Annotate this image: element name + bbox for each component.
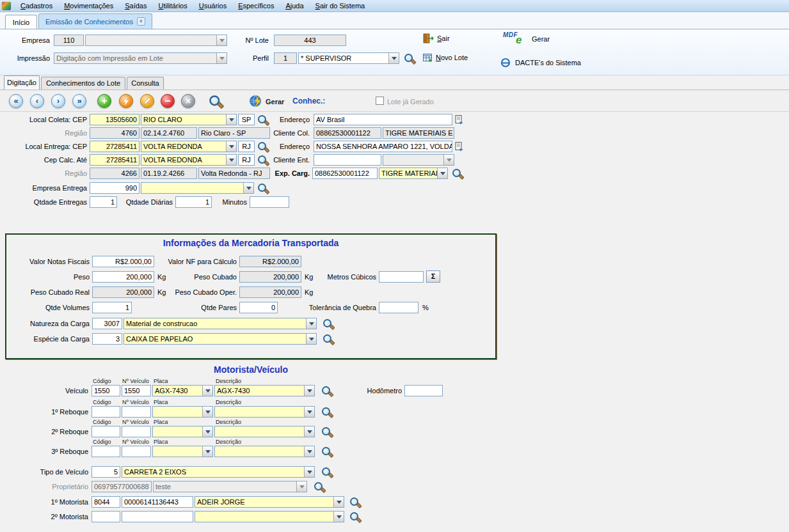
endereco-entrega-detail-icon[interactable] bbox=[454, 141, 465, 152]
chevron-down-icon[interactable] bbox=[437, 168, 447, 178]
exp-carg-cnpj-field[interactable]: 08862530001122 bbox=[312, 168, 378, 179]
local-coleta-search-icon[interactable] bbox=[257, 114, 268, 125]
tipo-veiculo-search-icon[interactable] bbox=[321, 467, 332, 478]
gerar-label[interactable]: Gerar bbox=[266, 97, 292, 107]
qtdade-diarias-field[interactable]: 1 bbox=[175, 196, 212, 208]
cep-calc-uf-field[interactable]: RJ bbox=[238, 154, 255, 166]
local-coleta-cep-field[interactable]: 13505600 bbox=[90, 114, 139, 125]
gerar-globe-icon[interactable] bbox=[248, 93, 264, 110]
empresa-entrega-codigo-field[interactable]: 990 bbox=[90, 182, 139, 194]
peso-field[interactable]: 200,000 bbox=[92, 271, 154, 283]
chevron-down-icon[interactable] bbox=[333, 512, 344, 522]
menu-movimentacoes[interactable]: Movimentações bbox=[58, 0, 119, 12]
natureza-carga-search-icon[interactable] bbox=[323, 318, 333, 329]
local-entrega-cidade-combo[interactable]: VOLTA REDONDA bbox=[141, 141, 237, 152]
endereco-coleta-field[interactable]: AV Brasil bbox=[314, 114, 452, 125]
subtab-digitacao[interactable]: Digitação bbox=[4, 75, 40, 90]
motorista2-search-icon[interactable] bbox=[349, 512, 360, 522]
reboque3-search-icon[interactable] bbox=[321, 446, 332, 457]
perfil-search-icon[interactable] bbox=[404, 53, 415, 64]
reboque2-num-field[interactable] bbox=[122, 426, 151, 437]
exp-carg-search-icon[interactable] bbox=[452, 168, 463, 179]
tipo-veiculo-combo[interactable]: CARRETA 2 EIXOS bbox=[122, 466, 315, 478]
reboque3-placa-combo[interactable] bbox=[152, 446, 213, 457]
reboque3-codigo-field[interactable] bbox=[92, 446, 120, 457]
chevron-down-icon[interactable] bbox=[306, 334, 316, 344]
sigma-sum-button[interactable]: Σ bbox=[426, 270, 440, 283]
menu-especificos[interactable]: Específicos bbox=[232, 0, 280, 12]
local-entrega-cep-field[interactable]: 27285411 bbox=[90, 141, 139, 152]
reboque1-search-icon[interactable] bbox=[321, 407, 332, 418]
edit-pencil-icon[interactable] bbox=[140, 94, 154, 108]
add-record-icon[interactable]: + bbox=[97, 94, 111, 108]
reboque1-descricao-combo[interactable] bbox=[214, 406, 315, 418]
chevron-down-icon[interactable] bbox=[226, 155, 236, 165]
novo-lote-button[interactable]: Novo Lote bbox=[420, 51, 470, 64]
subtab-consulta[interactable]: Consulta bbox=[127, 77, 164, 90]
local-entrega-search-icon[interactable] bbox=[257, 141, 268, 152]
menu-ajuda[interactable]: Ajuda bbox=[280, 0, 309, 12]
chevron-down-icon[interactable] bbox=[304, 467, 314, 477]
tab-inicio[interactable]: Início bbox=[5, 15, 37, 29]
valor-notas-field[interactable]: R$2.000,00 bbox=[92, 256, 154, 267]
reboque2-codigo-field[interactable] bbox=[92, 426, 120, 437]
cep-calc-cidade-combo[interactable]: VOLTA REDONDA bbox=[141, 154, 237, 166]
endereco-coleta-detail-icon[interactable] bbox=[454, 114, 465, 125]
hodometro-field[interactable] bbox=[404, 385, 443, 396]
lightning-post-icon[interactable] bbox=[119, 94, 133, 108]
metros-cubicos-field[interactable] bbox=[379, 271, 424, 283]
cancel-icon[interactable]: × bbox=[181, 94, 195, 108]
veiculo-search-icon[interactable] bbox=[321, 386, 332, 396]
nav-previous-icon[interactable]: ‹ bbox=[30, 94, 44, 108]
tipo-veiculo-codigo-field[interactable]: 5 bbox=[92, 466, 120, 478]
empresa-entrega-search-icon[interactable] bbox=[257, 183, 268, 194]
veiculo-descricao-combo[interactable]: AGX-7430 bbox=[214, 385, 315, 396]
chevron-down-icon[interactable] bbox=[333, 497, 344, 507]
cep-calc-search-icon[interactable] bbox=[257, 155, 268, 166]
chevron-down-icon[interactable] bbox=[304, 446, 314, 457]
qtde-pares-field[interactable]: 0 bbox=[239, 302, 278, 313]
minutos-field[interactable] bbox=[250, 196, 289, 208]
reboque2-descricao-combo[interactable] bbox=[214, 426, 315, 437]
reboque1-codigo-field[interactable] bbox=[92, 406, 120, 418]
nav-first-icon[interactable]: « bbox=[9, 94, 23, 108]
mdfe-gerar-button[interactable]: MDF e Gerar bbox=[503, 31, 550, 47]
chevron-down-icon[interactable] bbox=[202, 386, 212, 396]
chevron-down-icon[interactable] bbox=[304, 386, 314, 396]
close-icon[interactable]: × bbox=[137, 17, 145, 26]
lote-ja-gerado-checkbox[interactable] bbox=[376, 97, 384, 105]
motorista2-num-field[interactable] bbox=[122, 511, 193, 522]
reboque2-placa-combo[interactable] bbox=[152, 426, 213, 437]
reboque3-descricao-combo[interactable] bbox=[214, 446, 315, 457]
menu-usuarios[interactable]: Usuários bbox=[193, 0, 232, 12]
menu-utilitarios[interactable]: Utilitários bbox=[152, 0, 193, 12]
natureza-carga-codigo-field[interactable]: 3007 bbox=[92, 318, 122, 329]
especie-carga-search-icon[interactable] bbox=[323, 334, 333, 345]
perfil-combo[interactable]: * SUPERVISOR bbox=[298, 52, 399, 64]
chevron-down-icon[interactable] bbox=[304, 407, 314, 417]
especie-carga-codigo-field[interactable]: 3 bbox=[92, 333, 122, 345]
nav-last-icon[interactable]: » bbox=[72, 94, 86, 108]
local-entrega-uf-field[interactable]: RJ bbox=[238, 141, 255, 152]
cliente-ent-field[interactable] bbox=[314, 154, 381, 166]
qtdade-entregas-field[interactable]: 1 bbox=[90, 196, 117, 208]
tolerancia-quebra-field[interactable] bbox=[379, 302, 418, 313]
chevron-down-icon[interactable] bbox=[388, 53, 399, 63]
nav-next-icon[interactable]: › bbox=[51, 94, 65, 108]
proprietario-search-icon[interactable] bbox=[314, 481, 324, 492]
remove-record-icon[interactable]: − bbox=[161, 94, 175, 108]
reboque1-num-field[interactable] bbox=[122, 406, 151, 418]
local-coleta-cidade-combo[interactable]: RIO CLARO bbox=[141, 114, 237, 125]
veiculo-placa-combo[interactable]: AGX-7430 bbox=[152, 385, 213, 396]
chevron-down-icon[interactable] bbox=[226, 141, 236, 152]
empresa-entrega-combo[interactable] bbox=[141, 182, 254, 194]
cep-calc-cep-field[interactable]: 27285411 bbox=[90, 154, 139, 166]
veiculo-num-field[interactable]: 1550 bbox=[122, 385, 151, 396]
local-coleta-uf-field[interactable]: SP bbox=[238, 114, 255, 125]
motorista1-search-icon[interactable] bbox=[349, 497, 360, 508]
motorista1-num-field[interactable]: 00006141136443 bbox=[122, 496, 193, 508]
natureza-carga-combo[interactable]: Material de construcao bbox=[124, 318, 317, 329]
veiculo-codigo-field[interactable]: 1550 bbox=[92, 385, 120, 396]
qtde-volumes-field[interactable]: 1 bbox=[92, 302, 132, 313]
menu-sair-do-sistema[interactable]: Sair do Sistema bbox=[310, 0, 371, 12]
